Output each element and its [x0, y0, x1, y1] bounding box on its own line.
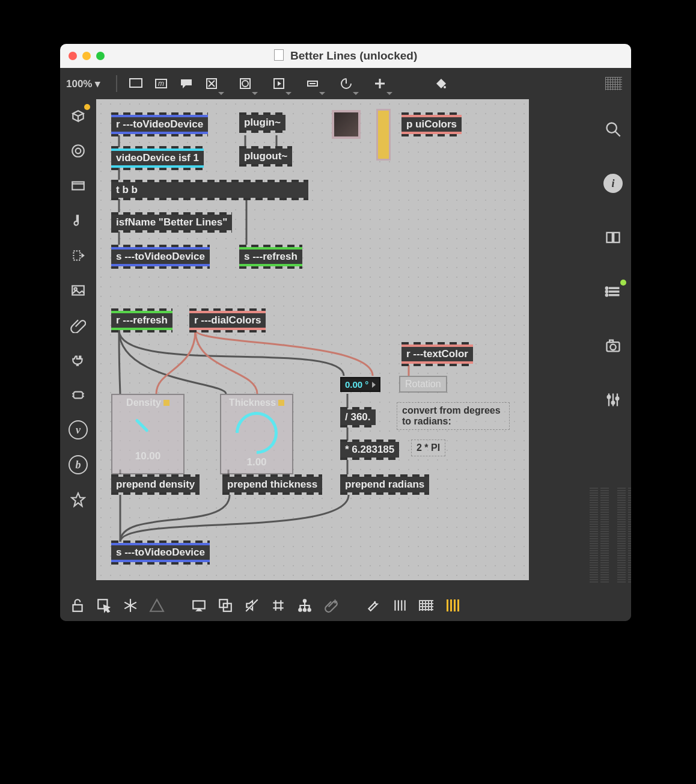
v-icon[interactable]: v: [66, 418, 90, 442]
density-dial-panel[interactable]: Density 10.00: [111, 394, 185, 474]
obj-s-tovideodevice-2[interactable]: s ---toVideoDevice: [111, 543, 210, 562]
svg-point-40: [610, 345, 615, 350]
rotation-label: Rotation: [399, 376, 447, 393]
piano-icon[interactable]: [388, 594, 411, 617]
mute-icon[interactable]: [240, 594, 263, 617]
thickness-dial-panel[interactable]: Thickness 1.00: [220, 394, 293, 474]
svg-point-17: [72, 145, 84, 157]
keyboard-icon[interactable]: [415, 594, 438, 617]
texture-object[interactable]: [332, 110, 361, 139]
map-indicator-icon: [278, 400, 284, 406]
svg-rect-53: [193, 601, 205, 608]
sliders-icon[interactable]: [601, 388, 625, 412]
right-sidebar: i: [595, 99, 631, 590]
obj-div360[interactable]: / 360.: [340, 409, 376, 425]
cue-icon[interactable]: [66, 243, 90, 268]
wrench-icon[interactable]: [362, 594, 385, 617]
note-icon[interactable]: [66, 209, 90, 233]
hierarchy-icon[interactable]: [293, 594, 316, 617]
info-icon[interactable]: i: [601, 171, 625, 195]
comment-icon[interactable]: [175, 72, 198, 95]
obj-r-tovideodevice[interactable]: r ---toVideoDevice: [111, 115, 208, 134]
paint-bucket-icon[interactable]: [429, 72, 451, 95]
obj-prepend-density[interactable]: prepend density: [111, 477, 200, 492]
presentation-mode-icon[interactable]: [188, 594, 210, 617]
obj-isfname[interactable]: isfName "Better Lines": [111, 215, 232, 230]
svg-rect-31: [607, 233, 612, 242]
comment-2pi: 2 * PI: [411, 439, 445, 456]
top-toolbar: 100% ▾ m: [60, 68, 631, 99]
svg-rect-24: [73, 392, 82, 399]
present-icon[interactable]: [124, 72, 147, 95]
svg-point-63: [299, 608, 301, 611]
vertical-slider[interactable]: [376, 109, 391, 161]
package-icon[interactable]: [66, 104, 90, 128]
svg-rect-19: [72, 182, 84, 190]
pointer-icon[interactable]: [93, 594, 115, 617]
camera-icon[interactable]: [601, 334, 625, 358]
window-title: Better Lines (unlocked): [60, 49, 631, 63]
obj-s-refresh[interactable]: s ---refresh: [239, 247, 302, 266]
bottom-toolbar: [60, 590, 631, 621]
screen-icon[interactable]: [66, 174, 90, 198]
svg-point-18: [76, 149, 81, 154]
paperclip-icon[interactable]: [66, 313, 90, 337]
patch-cords: [96, 99, 529, 580]
target-icon[interactable]: [66, 139, 90, 163]
attach-add-icon[interactable]: [320, 594, 343, 617]
obj-mul2pi[interactable]: * 6.283185: [340, 442, 399, 458]
left-sidebar: v b: [60, 99, 96, 590]
svg-rect-41: [609, 340, 613, 343]
layers-icon[interactable]: [214, 594, 237, 617]
obj-prepend-radians[interactable]: prepend radians: [340, 477, 429, 492]
obj-s-tovideodevice[interactable]: s ---toVideoDevice: [111, 247, 210, 266]
comment-convert: convert from degrees to radians:: [397, 402, 510, 430]
obj-plugin[interactable]: plugin~: [239, 115, 285, 130]
app-window: Better Lines (unlocked) 100% ▾ m: [60, 44, 631, 621]
thickness-dial[interactable]: [227, 403, 287, 463]
warning-icon[interactable]: [145, 594, 168, 617]
obj-tbb[interactable]: t b b: [111, 182, 308, 198]
density-dial[interactable]: [130, 412, 166, 448]
svg-rect-21: [73, 251, 80, 260]
obj-r-refresh[interactable]: r ---refresh: [111, 311, 172, 330]
rotation-number-box[interactable]: 0.00 °: [340, 377, 380, 392]
document-icon: [274, 49, 284, 61]
obj-r-textcolor[interactable]: r ---textColor: [401, 345, 473, 364]
message-icon[interactable]: m: [150, 72, 172, 95]
svg-point-65: [308, 608, 310, 611]
obj-prepend-thickness[interactable]: prepend thickness: [222, 477, 322, 492]
star-icon[interactable]: [66, 488, 90, 512]
device-icon[interactable]: [66, 383, 90, 407]
patch-area[interactable]: r ---toVideoDevice videoDevice isf 1 t b…: [96, 99, 529, 580]
obj-videodevice-isf[interactable]: videoDevice isf 1: [111, 149, 204, 168]
titlebar: Better Lines (unlocked): [60, 44, 631, 68]
freeze-icon[interactable]: [119, 594, 142, 617]
active-bars-icon[interactable]: [441, 594, 464, 617]
svg-point-37: [606, 290, 608, 293]
image-icon[interactable]: [66, 278, 90, 302]
grid-toggle-icon[interactable]: [267, 594, 290, 617]
svg-rect-32: [614, 233, 619, 242]
svg-point-45: [608, 396, 611, 399]
search-icon[interactable]: [601, 117, 625, 141]
obj-p-uicolors[interactable]: p uiColors: [401, 115, 462, 134]
patcher-canvas[interactable]: r ---toVideoDevice videoDevice isf 1 t b…: [96, 99, 595, 590]
zoom-dropdown[interactable]: 100% ▾: [66, 78, 109, 90]
svg-point-62: [304, 599, 306, 602]
plug-icon[interactable]: [66, 348, 90, 372]
unlock-icon[interactable]: [66, 594, 89, 617]
svg-rect-0: [130, 79, 142, 87]
grid-menu-icon[interactable]: [602, 72, 625, 95]
b-icon[interactable]: b: [66, 453, 90, 477]
thickness-title: Thickness: [229, 397, 276, 408]
list-icon[interactable]: [601, 280, 625, 304]
svg-text:m: m: [158, 79, 164, 88]
panels-icon[interactable]: [601, 225, 625, 250]
svg-point-16: [444, 86, 446, 88]
triangle-icon: [372, 382, 376, 388]
density-title: Density: [126, 397, 161, 408]
svg-point-38: [606, 294, 608, 296]
obj-plugout[interactable]: plugout~: [239, 149, 292, 164]
obj-r-dialcolors[interactable]: r ---dialColors: [189, 311, 266, 330]
